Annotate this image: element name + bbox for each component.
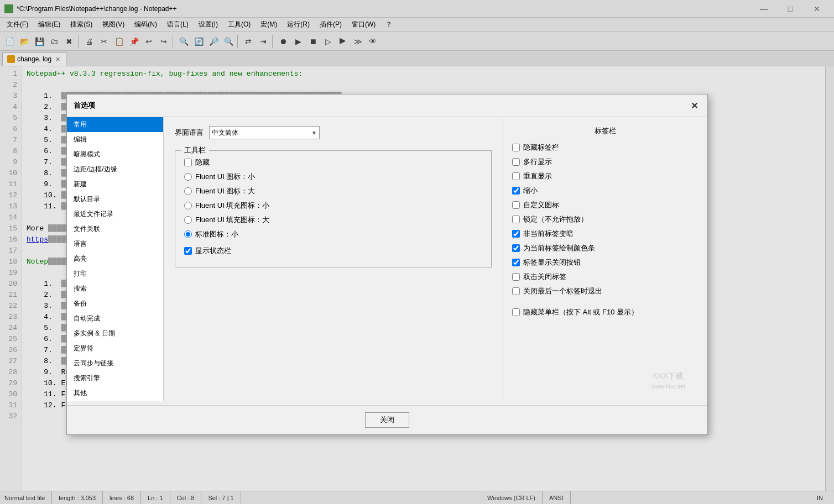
chk-hide-tabbar: 隐藏标签栏: [512, 143, 699, 153]
vertical-tabbar-checkbox[interactable]: [512, 172, 520, 180]
chk-dblclick-close: 双击关闭标签: [512, 272, 699, 282]
show-statusbar-checkbox[interactable]: [184, 247, 192, 255]
chk-exit-on-close: 关闭最后一个标签时退出: [512, 286, 699, 296]
exit-on-close-checkbox[interactable]: [512, 287, 520, 295]
hide-menubar-checkbox[interactable]: [512, 308, 520, 316]
chevron-down-icon: ▼: [311, 130, 317, 136]
sidebar-item-highlight[interactable]: 高亮: [67, 251, 163, 266]
sidebar-item-cloud[interactable]: 云同步与链接: [67, 356, 163, 371]
sidebar-item-multiinst[interactable]: 多实例 & 日期: [67, 326, 163, 341]
fluent-fill-large-label: Fluent UI 填充图标：大: [195, 215, 269, 225]
fluent-large-radio[interactable]: [184, 187, 192, 195]
preferences-dialog: 首选项 ✕ 常用 编辑 暗黑模式 边距/边框/边缘 新建 默认目录 最近文件记录…: [66, 94, 708, 435]
lang-label: 界面语言: [175, 128, 204, 138]
shrink-tabbar-checkbox[interactable]: [512, 187, 520, 195]
standard-small-label: 标准图标：小: [195, 229, 238, 239]
radio-fluent-large: Fluent UI 图标：大: [184, 186, 482, 196]
dialog-title-bar: 首选项 ✕: [67, 95, 707, 117]
custom-icon-checkbox[interactable]: [512, 201, 520, 209]
sidebar-item-recentfiles[interactable]: 最近文件记录: [67, 207, 163, 222]
sidebar-item-darkmode[interactable]: 暗黑模式: [67, 147, 163, 162]
show-statusbar-label: 显示状态栏: [195, 246, 231, 256]
dialog-sidebar: 常用 编辑 暗黑模式 边距/边框/边缘 新建 默认目录 最近文件记录 文件关联 …: [67, 117, 164, 401]
sidebar-item-fileassoc[interactable]: 文件关联: [67, 222, 163, 237]
custom-icon-label: 自定义图标: [523, 200, 559, 210]
sidebar-item-language[interactable]: 语言: [67, 237, 163, 251]
toolbar-section-title: 工具栏: [181, 145, 209, 155]
sidebar-item-new[interactable]: 新建: [67, 177, 163, 192]
sidebar-item-misc[interactable]: 其他: [67, 386, 163, 401]
dialog-overlay: 首选项 ✕ 常用 编辑 暗黑模式 边距/边框/边缘 新建 默认目录 最近文件记录…: [0, 0, 834, 504]
close-btn-checkbox[interactable]: [512, 259, 520, 266]
lock-tabbar-checkbox[interactable]: [512, 216, 520, 223]
hide-tabbar-label: 隐藏标签栏: [523, 143, 559, 153]
chk-close-btn: 标签显示关闭按钮: [512, 258, 699, 267]
sidebar-item-backup[interactable]: 备份: [67, 296, 163, 311]
dblclick-close-checkbox[interactable]: [512, 273, 520, 281]
colorbar-label: 为当前标签绘制颜色条: [523, 243, 595, 253]
sidebar-item-edit[interactable]: 编辑: [67, 132, 163, 147]
dialog-close-btn[interactable]: 关闭: [365, 412, 409, 428]
sidebar-item-delimiter[interactable]: 定界符: [67, 341, 163, 356]
dialog-footer: 关闭: [67, 405, 707, 434]
chk-colorbar: 为当前标签绘制颜色条: [512, 243, 699, 253]
chk-dim-inactive: 非当前标签变暗: [512, 229, 699, 239]
fluent-fill-large-radio[interactable]: [184, 216, 192, 224]
lang-select-value: 中文简体: [212, 128, 238, 138]
sidebar-item-general[interactable]: 常用: [67, 117, 163, 132]
dialog-title-text: 首选项: [74, 101, 95, 111]
chk-multiline-tabbar: 多行显示: [512, 157, 699, 167]
dialog-close-button[interactable]: ✕: [687, 99, 701, 112]
chk-hide-menubar: 隐藏菜单栏（按下 Alt 或 F10 显示）: [512, 307, 699, 317]
toolbar-section: 工具栏 隐藏 Fluent UI 图标：小 Fluent UI 图标：大: [175, 150, 492, 267]
language-row: 界面语言 中文简体 ▼: [175, 126, 492, 139]
exit-on-close-label: 关闭最后一个标签时退出: [523, 286, 602, 296]
dblclick-close-label: 双击关闭标签: [523, 272, 566, 282]
radio-standard-small: 标准图标：小: [184, 229, 482, 239]
fluent-fill-small-radio[interactable]: [184, 202, 192, 209]
chk-shrink-tabbar: 缩小: [512, 186, 699, 196]
tabbar-section-title: 标签栏: [512, 126, 699, 136]
hide-toolbar-checkbox[interactable]: [184, 159, 192, 166]
fluent-small-label: Fluent UI 图标：小: [195, 172, 255, 182]
lang-select[interactable]: 中文简体 ▼: [209, 126, 320, 139]
lock-tabbar-label: 锁定（不允许拖放）: [523, 214, 588, 224]
chk-vertical-tabbar: 垂直显示: [512, 171, 699, 181]
fluent-large-label: Fluent UI 图标：大: [195, 186, 255, 196]
checkbox-show-statusbar: 显示状态栏: [184, 246, 482, 256]
radio-fluent-fill-large: Fluent UI 填充图标：大: [184, 215, 482, 225]
dim-inactive-label: 非当前标签变暗: [523, 229, 574, 239]
colorbar-checkbox[interactable]: [512, 244, 520, 252]
sidebar-item-print[interactable]: 打印: [67, 266, 163, 281]
multiline-tabbar-label: 多行显示: [523, 157, 552, 167]
chk-lock-tabbar: 锁定（不允许拖放）: [512, 214, 699, 224]
sidebar-item-searchengine[interactable]: 搜索引擎: [67, 371, 163, 386]
dim-inactive-checkbox[interactable]: [512, 230, 520, 238]
multiline-tabbar-checkbox[interactable]: [512, 158, 520, 166]
radio-fluent-small: Fluent UI 图标：小: [184, 172, 482, 182]
standard-small-radio[interactable]: [184, 230, 192, 238]
tabbar-section: 标签栏 隐藏标签栏 多行显示 垂直显示 缩小: [503, 117, 707, 401]
hide-toolbar-label: 隐藏: [195, 158, 210, 167]
checkbox-hide-toolbar: 隐藏: [184, 158, 482, 167]
fluent-fill-small-label: Fluent UI 填充图标：小: [195, 201, 269, 211]
shrink-tabbar-label: 缩小: [523, 186, 538, 196]
hide-tabbar-checkbox[interactable]: [512, 144, 520, 151]
radio-fluent-fill-small: Fluent UI 填充图标：小: [184, 201, 482, 211]
sidebar-item-search[interactable]: 搜索: [67, 281, 163, 296]
fluent-small-radio[interactable]: [184, 173, 192, 181]
sidebar-item-defaultdir[interactable]: 默认目录: [67, 192, 163, 207]
close-btn-label: 标签显示关闭按钮: [523, 258, 581, 267]
sidebar-item-margin[interactable]: 边距/边框/边缘: [67, 162, 163, 177]
chk-custom-icon: 自定义图标: [512, 200, 699, 210]
sidebar-item-autocomplete[interactable]: 自动完成: [67, 311, 163, 326]
vertical-tabbar-label: 垂直显示: [523, 171, 552, 181]
hide-menubar-label: 隐藏菜单栏（按下 Alt 或 F10 显示）: [523, 307, 638, 317]
